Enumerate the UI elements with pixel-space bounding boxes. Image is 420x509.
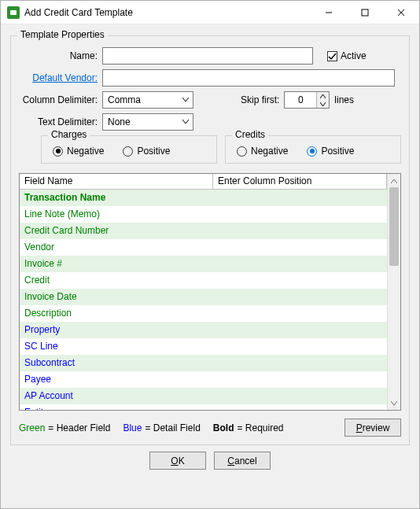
- table-row[interactable]: Credit: [20, 272, 387, 289]
- credits-title: Credits: [232, 129, 268, 140]
- ok-button[interactable]: OK: [149, 452, 206, 470]
- minimize-button[interactable]: [311, 1, 347, 24]
- table-row[interactable]: SC Line: [20, 338, 387, 355]
- field-name-cell: Payee: [20, 372, 213, 386]
- template-properties-group: Template Properties Name: Active Default…: [10, 35, 410, 445]
- lines-label: lines: [330, 94, 359, 105]
- table-row[interactable]: Payee: [20, 371, 387, 388]
- field-name-cell: Entity: [20, 405, 213, 410]
- legend-green-eq: = Header Field: [48, 422, 110, 433]
- field-name-cell: Transaction Name: [20, 190, 213, 205]
- app-icon: [7, 6, 20, 19]
- charges-group: Charges Negative Positive: [41, 135, 217, 164]
- table-row[interactable]: Property: [20, 322, 387, 338]
- table-row[interactable]: AP Account: [20, 388, 387, 404]
- table-row[interactable]: Entity: [20, 404, 387, 410]
- name-field[interactable]: [102, 47, 313, 65]
- field-name-cell: Credit: [20, 273, 213, 287]
- legend-green: Green: [19, 422, 45, 433]
- column-delimiter-value: Comma: [103, 94, 179, 105]
- field-mapping-grid: Field Name Enter Column Position Transac…: [19, 173, 401, 411]
- dialog-button-row: OK Cancel: [10, 445, 410, 473]
- column-delimiter-combo[interactable]: Comma: [102, 91, 193, 109]
- table-row[interactable]: Invoice Date: [20, 289, 387, 305]
- legend: Green = Header Field Blue = Detail Field…: [19, 419, 401, 437]
- table-row[interactable]: Line Note (Memo): [20, 206, 387, 223]
- chevron-down-icon[interactable]: [179, 114, 193, 130]
- scroll-down-icon[interactable]: [388, 397, 400, 410]
- credits-group: Credits Negative Positive: [225, 135, 401, 164]
- group-title: Template Properties: [17, 29, 108, 40]
- name-label: Name:: [19, 50, 102, 61]
- negative-label: Negative: [67, 146, 104, 157]
- text-delimiter-value: None: [103, 116, 179, 127]
- header-field-name[interactable]: Field Name: [20, 174, 213, 189]
- spinner-down-button[interactable]: [317, 100, 329, 108]
- skip-first-value: 0: [285, 94, 316, 105]
- client-area: Template Properties Name: Active Default…: [1, 24, 419, 508]
- field-name-cell: SC Line: [20, 339, 213, 353]
- positive-label: Positive: [137, 146, 170, 157]
- legend-bold: Bold: [213, 422, 234, 433]
- vertical-scrollbar[interactable]: [387, 174, 400, 410]
- column-delimiter-label: Column Delimiter:: [19, 94, 102, 105]
- legend-blue: Blue: [123, 422, 142, 433]
- dialog-window: Add Credit Card Template Template Proper…: [0, 0, 420, 509]
- svg-rect-0: [10, 10, 17, 15]
- table-row[interactable]: Description: [20, 305, 387, 322]
- svg-rect-2: [362, 9, 368, 16]
- preview-button[interactable]: Preview: [344, 419, 401, 437]
- chevron-down-icon[interactable]: [179, 92, 193, 108]
- field-name-cell: Vendor: [20, 240, 213, 254]
- table-row[interactable]: Transaction Name: [20, 190, 387, 206]
- default-vendor-field[interactable]: [102, 69, 395, 87]
- cancel-button[interactable]: Cancel: [214, 452, 271, 470]
- field-name-cell: Invoice #: [20, 256, 213, 271]
- spinner-up-button[interactable]: [317, 92, 329, 100]
- scroll-up-icon[interactable]: [388, 174, 400, 187]
- credits-negative-radio[interactable]: Negative: [237, 146, 288, 157]
- text-delimiter-combo[interactable]: None: [102, 113, 193, 131]
- skip-first-spinner[interactable]: 0: [284, 91, 330, 109]
- field-name-cell: Credit Card Number: [20, 223, 213, 238]
- field-name-cell: Description: [20, 306, 213, 320]
- table-row[interactable]: Subcontract: [20, 355, 387, 371]
- header-column-position[interactable]: Enter Column Position: [213, 174, 387, 189]
- active-checkbox[interactable]: [327, 51, 337, 61]
- field-name-cell: Subcontract: [20, 356, 213, 370]
- close-button[interactable]: [383, 1, 419, 24]
- legend-bold-eq: = Required: [237, 422, 283, 433]
- titlebar: Add Credit Card Template: [1, 1, 419, 24]
- charges-positive-radio[interactable]: Positive: [123, 146, 170, 157]
- maximize-button[interactable]: [347, 1, 383, 24]
- negative-label: Negative: [251, 146, 288, 157]
- window-title: Add Credit Card Template: [24, 7, 311, 18]
- charges-title: Charges: [48, 129, 90, 140]
- default-vendor-link[interactable]: Default Vendor:: [19, 72, 102, 83]
- skip-first-label: Skip first:: [241, 94, 284, 105]
- legend-blue-eq: = Detail Field: [145, 422, 200, 433]
- field-name-cell: Invoice Date: [20, 290, 213, 304]
- positive-label: Positive: [321, 146, 354, 157]
- table-row[interactable]: Credit Card Number: [20, 223, 387, 239]
- field-name-cell: Line Note (Memo): [20, 207, 213, 221]
- charges-negative-radio[interactable]: Negative: [53, 146, 104, 157]
- scroll-thumb[interactable]: [389, 187, 399, 266]
- active-label: Active: [341, 50, 367, 61]
- field-name-cell: AP Account: [20, 389, 213, 403]
- field-name-cell: Property: [20, 323, 213, 337]
- credits-positive-radio[interactable]: Positive: [307, 146, 354, 157]
- active-checkbox-wrap[interactable]: Active: [327, 50, 367, 61]
- table-row[interactable]: Vendor: [20, 239, 387, 256]
- text-delimiter-label: Text Delimiter:: [19, 116, 102, 127]
- table-row[interactable]: Invoice #: [20, 256, 387, 272]
